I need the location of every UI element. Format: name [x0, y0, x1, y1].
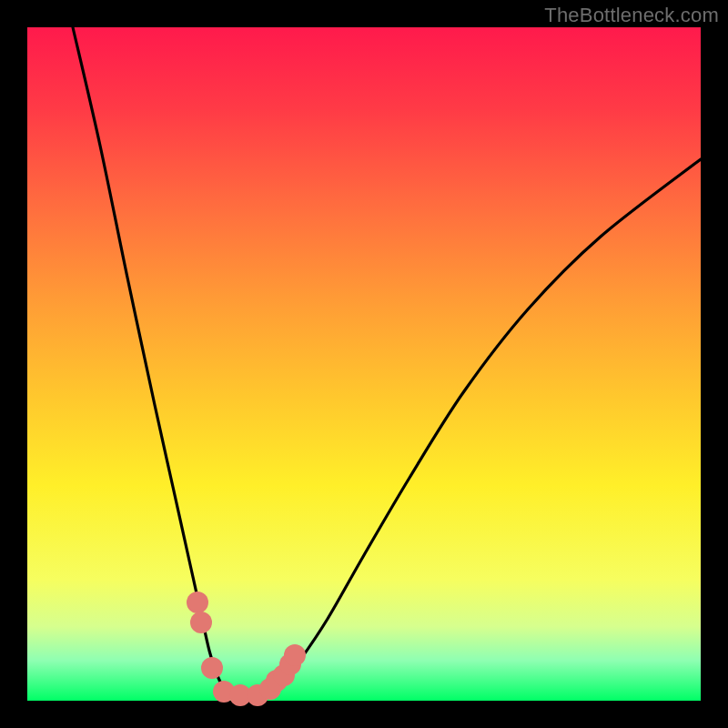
- highlight-dot: [284, 644, 306, 666]
- highlight-dot: [187, 592, 208, 613]
- highlight-dot: [201, 657, 223, 679]
- plot-area: [27, 27, 701, 701]
- watermark-text: TheBottleneck.com: [544, 4, 719, 27]
- curve-svg: [27, 27, 701, 701]
- highlight-dots: [187, 592, 306, 706]
- chart-frame: TheBottleneck.com: [0, 0, 728, 728]
- bottleneck-curve: [73, 27, 701, 698]
- highlight-dot: [190, 612, 212, 633]
